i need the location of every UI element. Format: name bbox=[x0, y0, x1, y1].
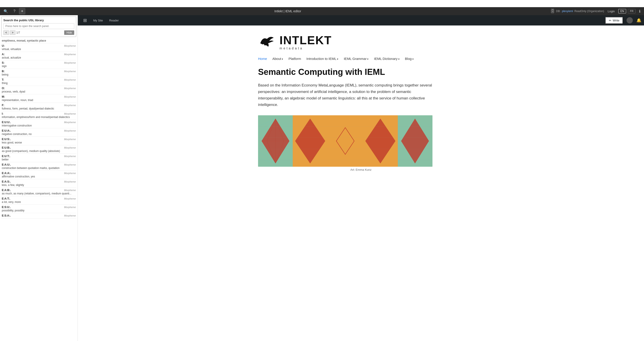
db-mode: ReadOnly (Organization) bbox=[574, 9, 604, 13]
list-item[interactable]: emptiness, monad, syntactic place bbox=[1, 38, 76, 43]
list-item[interactable]: E:U:U:. Morpheme interrogative construct… bbox=[1, 120, 76, 128]
site-navigation: Home About Platform Introduction to IEML… bbox=[258, 57, 464, 60]
lang-fr-button[interactable]: FR bbox=[628, 9, 636, 13]
art-image-container bbox=[258, 115, 432, 167]
list-item[interactable]: U: Morpheme virtual, virtualize bbox=[1, 43, 76, 52]
dict-value: a lot, very, more bbox=[2, 200, 76, 204]
list-item[interactable]: O: Morpheme process, verb, dyad bbox=[1, 86, 76, 94]
hide-button[interactable]: Hide bbox=[64, 30, 74, 35]
add-tab-button[interactable]: + bbox=[19, 8, 25, 14]
art-caption: Art: Emma Kunz bbox=[258, 168, 464, 171]
dict-value: construction between quotation marks, qu… bbox=[2, 166, 76, 170]
dict-value: interrogative construction bbox=[2, 124, 76, 127]
list-item[interactable]: E:A:T:. Morpheme a lot, very, more bbox=[1, 196, 76, 205]
list-item[interactable]: E:S:A:. Morpheme bbox=[1, 213, 76, 219]
dict-type: Morpheme bbox=[64, 53, 76, 56]
dictionary-list: emptiness, monad, syntactic place U: Mor… bbox=[0, 38, 78, 341]
dict-key: E:A:U:. bbox=[2, 163, 11, 166]
dict-key: E:U:A:. bbox=[2, 129, 11, 132]
dict-value: as much, as many (relative, comparison),… bbox=[2, 192, 76, 195]
logo-text: INTLEKT metadata bbox=[280, 34, 332, 50]
search-box: Search the public USL library < > 1/7 Hi… bbox=[1, 16, 76, 37]
list-item[interactable]: B: Morpheme being bbox=[1, 69, 76, 77]
main-layout: Search the public USL library < > 1/7 Hi… bbox=[0, 15, 644, 341]
db-info: 🗄 DB: plevyieml ReadOnly (Organization) bbox=[550, 9, 604, 14]
list-item[interactable]: E:U:B:. Morpheme as good (comparison), m… bbox=[1, 145, 76, 154]
dict-type: Morpheme bbox=[64, 146, 76, 149]
list-item[interactable]: E:U:T:. Morpheme better bbox=[1, 154, 76, 162]
dict-key: E:U:T:. bbox=[2, 155, 10, 158]
dict-key: E:U:U:. bbox=[2, 121, 11, 124]
my-site-link[interactable]: My Site bbox=[90, 17, 106, 24]
dict-value: as good (comparison), medium quality (ab… bbox=[2, 149, 76, 153]
dict-type: Morpheme bbox=[64, 95, 76, 98]
ieml-topbar: 🔍 ? + Intlekt | IEML editor 🗄 DB: plevyi… bbox=[0, 7, 644, 15]
question-button[interactable]: ? bbox=[12, 8, 17, 14]
next-button[interactable]: > bbox=[10, 30, 16, 35]
search-box-title: Search the public USL library bbox=[3, 18, 74, 22]
dict-type: Morpheme bbox=[64, 78, 76, 81]
list-item[interactable]: E:A:A:. Morpheme affirmative constructio… bbox=[1, 171, 76, 179]
write-button[interactable]: ✏ Write bbox=[605, 17, 623, 24]
list-item[interactable]: E:S:U:. Morpheme possibility, possibly bbox=[1, 205, 76, 213]
dict-key: U: bbox=[2, 44, 5, 47]
dict-value: sign bbox=[2, 65, 76, 68]
login-button[interactable]: Login bbox=[606, 9, 617, 13]
list-item[interactable]: E:A:U:. Morpheme construction between qu… bbox=[1, 162, 76, 171]
dict-key: A: bbox=[2, 53, 5, 56]
db-name-link[interactable]: plevyieml bbox=[562, 9, 573, 13]
info-button[interactable]: ℹ bbox=[637, 9, 642, 14]
dict-key: F: bbox=[2, 104, 4, 107]
list-item[interactable]: E:A:B:. Morpheme as much, as many (relat… bbox=[1, 188, 76, 196]
hero-title: Semantic Computing with IEML bbox=[258, 67, 464, 77]
write-label: Write bbox=[613, 19, 620, 22]
logo-sub-text: metadata bbox=[280, 46, 332, 50]
list-item[interactable]: M: Morpheme representation, noun, triad bbox=[1, 94, 76, 103]
nav-platform[interactable]: Platform bbox=[288, 57, 301, 60]
list-item[interactable]: E:U:S:. Morpheme less good, worse bbox=[1, 137, 76, 145]
lang-en-button[interactable]: EN bbox=[618, 9, 626, 13]
dict-key: O: bbox=[2, 87, 5, 90]
reader-link[interactable]: Reader bbox=[106, 17, 122, 24]
prev-button[interactable]: < bbox=[3, 30, 9, 35]
user-avatar[interactable] bbox=[626, 17, 633, 23]
nav-intro-ieml[interactable]: Introduction to IEML bbox=[306, 57, 338, 60]
dict-value: possibility, possibly bbox=[2, 209, 76, 212]
notifications-bell[interactable]: 🔔 bbox=[636, 18, 641, 23]
nav-grammar[interactable]: IEML Grammar bbox=[344, 57, 368, 60]
db-label: DB: bbox=[556, 9, 560, 13]
search-input[interactable] bbox=[3, 23, 74, 29]
dict-type: Morpheme bbox=[64, 129, 76, 132]
nav-about[interactable]: About bbox=[272, 57, 283, 60]
dict-key: I: bbox=[2, 112, 3, 115]
wp-logo-icon: ⊞ bbox=[83, 18, 87, 23]
dict-type: Morpheme bbox=[64, 172, 76, 175]
list-item[interactable]: E:U:A:. Morpheme negative construction, … bbox=[1, 128, 76, 137]
pencil-icon: ✏ bbox=[609, 19, 611, 22]
right-panel: ⊞ My Site Reader ✏ Write 🔔 bbox=[78, 15, 644, 341]
list-item[interactable]: T: Morpheme thing bbox=[1, 77, 76, 86]
dict-value: negative construction, no bbox=[2, 132, 76, 136]
list-item[interactable]: A: Morpheme actual, actualize bbox=[1, 52, 76, 60]
dict-key: E:U:B:. bbox=[2, 146, 11, 149]
dict-value: thing bbox=[2, 81, 76, 85]
site-logo: INTLEKT metadata bbox=[258, 34, 464, 50]
list-item[interactable]: S: Morpheme sign bbox=[1, 60, 76, 69]
dict-type: Morpheme bbox=[64, 189, 76, 192]
nav-home[interactable]: Home bbox=[258, 57, 267, 60]
list-item[interactable]: I: Morpheme information, emptiness/form … bbox=[1, 111, 76, 120]
dict-key: M: bbox=[2, 95, 5, 98]
dict-type: Morpheme bbox=[64, 155, 76, 158]
dict-type: Morpheme bbox=[64, 70, 76, 73]
dict-type: Morpheme bbox=[64, 206, 76, 209]
db-icon: 🗄 bbox=[550, 9, 555, 14]
dict-type: Morpheme bbox=[64, 138, 76, 141]
nav-dictionary[interactable]: IEML Dictionary bbox=[374, 57, 399, 60]
search-button[interactable]: 🔍 bbox=[2, 8, 10, 14]
dict-key: S: bbox=[2, 61, 4, 64]
list-item[interactable]: F: Morpheme fullness, form, pentad, dyad… bbox=[1, 103, 76, 111]
dict-type: Morpheme bbox=[64, 197, 76, 200]
list-item[interactable]: E:A:S:. Morpheme less, a few, slightly bbox=[1, 179, 76, 188]
wp-logo-link[interactable]: ⊞ bbox=[80, 16, 90, 25]
nav-blog[interactable]: Blog bbox=[405, 57, 414, 60]
